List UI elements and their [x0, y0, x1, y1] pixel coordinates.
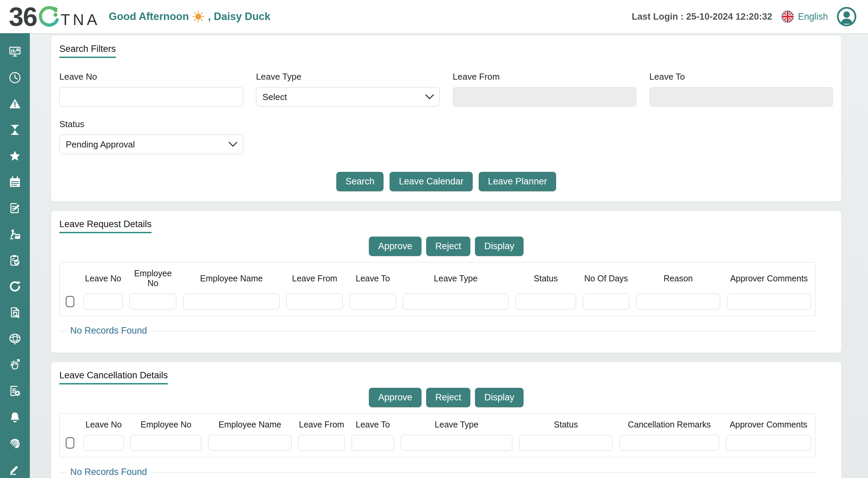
document-search-icon[interactable] — [8, 306, 22, 319]
leave-planner-button[interactable]: Leave Planner — [479, 172, 556, 191]
warning-icon[interactable] — [8, 97, 22, 111]
fingerprint-icon[interactable] — [8, 436, 22, 450]
language-selector[interactable]: English — [781, 10, 828, 23]
filter-cell — [579, 290, 633, 316]
clipboard-check-icon[interactable] — [8, 254, 22, 267]
language-label: English — [798, 12, 828, 22]
filter-cell — [397, 432, 516, 457]
no-records-divider: No Records Found — [59, 472, 815, 478]
column-filter-input[interactable] — [401, 435, 512, 451]
uk-flag-icon — [781, 10, 794, 23]
status-select[interactable]: Pending Approval — [59, 135, 243, 154]
column-header: Leave No — [80, 267, 126, 285]
column-header: Employee No — [126, 262, 180, 290]
filter-cell — [80, 290, 126, 316]
workstation-icon[interactable] — [8, 227, 22, 241]
column-header: Approver Comments — [724, 267, 814, 285]
refresh-icon[interactable] — [8, 280, 22, 293]
leave-to-input — [649, 87, 833, 107]
column-filter-input[interactable] — [352, 435, 394, 451]
dashboard-icon[interactable] — [8, 45, 22, 58]
approve-button[interactable]: Approve — [369, 237, 421, 256]
reject-button[interactable]: Reject — [426, 237, 471, 256]
column-filter-input[interactable] — [287, 294, 343, 310]
column-header: Status — [516, 414, 616, 432]
column-filter-input[interactable] — [130, 294, 176, 310]
leave-to-label: Leave To — [649, 72, 833, 82]
column-filter-input[interactable] — [726, 435, 811, 451]
globe-icon[interactable] — [8, 332, 22, 345]
column-header: Leave From — [295, 414, 348, 432]
chevron-down-icon — [425, 94, 434, 100]
column-header: Leave To — [346, 267, 399, 285]
column-filter-input[interactable] — [619, 435, 719, 451]
column-filter-input[interactable] — [636, 294, 720, 310]
reject-button[interactable]: Reject — [426, 388, 471, 407]
calendar-icon[interactable] — [8, 175, 22, 189]
leave-no-label: Leave No — [59, 72, 243, 82]
search-button[interactable]: Search — [336, 172, 384, 191]
column-filter-input[interactable] — [183, 294, 280, 310]
column-filter-input[interactable] — [298, 435, 345, 451]
status-value: Pending Approval — [66, 139, 135, 150]
filter-cell — [616, 432, 723, 457]
leave-type-select[interactable]: Select — [256, 87, 440, 107]
no-records-text: No Records Found — [66, 325, 151, 336]
filter-cell — [633, 290, 724, 316]
leave-no-input[interactable] — [59, 87, 243, 107]
document-edit-icon[interactable] — [8, 201, 22, 215]
column-filter-input[interactable] — [727, 294, 811, 310]
star-icon[interactable] — [8, 149, 22, 163]
filter-cell — [205, 432, 295, 457]
leave-calendar-button[interactable]: Leave Calendar — [390, 172, 473, 191]
hourglass-icon[interactable] — [8, 123, 22, 137]
filter-cell — [127, 432, 205, 457]
logo-text-tna: TNA — [61, 11, 100, 29]
greeting: Good Afternoon , Daisy Duck — [109, 11, 271, 23]
greeting-user: , Daisy Duck — [208, 11, 270, 23]
greeting-prefix: Good Afternoon — [109, 11, 189, 23]
column-header: Cancellation Remarks — [616, 414, 723, 432]
column-filter-input[interactable] — [83, 294, 123, 310]
column-filter-input[interactable] — [403, 294, 509, 310]
column-filter-input[interactable] — [350, 294, 396, 310]
search-filters-card: Search Filters Leave No Leave Type Selec… — [51, 35, 842, 202]
logo-circle-arrow-icon — [38, 4, 60, 29]
leave-cancellation-details-card: Leave Cancellation Details Approve Rejec… — [51, 362, 842, 478]
column-filter-input[interactable] — [519, 435, 613, 451]
column-header: Employee No — [127, 414, 205, 432]
hand-raise-icon[interactable] — [8, 358, 22, 372]
column-header: Leave No — [80, 414, 127, 432]
search-filters-title: Search Filters — [59, 44, 116, 58]
column-header: Employee Name — [180, 267, 283, 285]
approve-button[interactable]: Approve — [369, 388, 421, 407]
filter-cell — [180, 290, 283, 316]
select-all-checkbox[interactable] — [66, 296, 74, 307]
leave-cancellation-table: Leave NoEmployee NoEmployee NameLeave Fr… — [59, 413, 815, 457]
document-settings-icon[interactable] — [8, 384, 22, 398]
signature-icon[interactable] — [8, 462, 22, 476]
column-filter-input[interactable] — [131, 435, 201, 451]
select-all-checkbox[interactable] — [66, 437, 74, 449]
column-filter-input[interactable] — [515, 294, 576, 310]
table-header-row: Leave NoEmployee NoEmployee NameLeave Fr… — [60, 414, 815, 432]
no-records-divider: No Records Found — [59, 331, 815, 342]
bell-icon[interactable] — [8, 410, 22, 424]
filter-cell — [724, 290, 814, 316]
user-avatar-icon[interactable] — [837, 7, 856, 26]
column-filter-input[interactable] — [583, 294, 629, 310]
status-label: Status — [59, 119, 243, 130]
column-filter-input[interactable] — [83, 435, 124, 451]
filter-cell — [80, 432, 127, 457]
filter-cell — [283, 290, 346, 316]
filter-cell — [399, 290, 512, 316]
column-header: Employee Name — [205, 414, 295, 432]
leave-request-table: Leave NoEmployee NoEmployee NameLeave Fr… — [59, 262, 815, 316]
display-button[interactable]: Display — [475, 388, 524, 407]
table-filter-row — [60, 432, 815, 457]
clock-icon[interactable] — [8, 71, 22, 84]
leave-from-label: Leave From — [453, 72, 636, 82]
column-filter-input[interactable] — [208, 435, 292, 451]
filter-cell — [348, 432, 397, 457]
display-button[interactable]: Display — [475, 237, 524, 256]
